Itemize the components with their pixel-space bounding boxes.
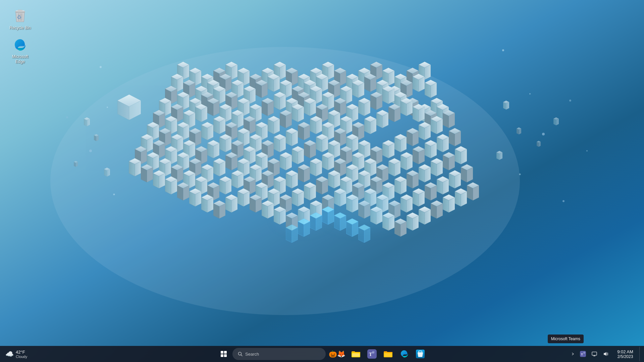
teams-icon: T T (367, 349, 377, 359)
windows-logo-icon (221, 351, 227, 357)
search-placeholder: Search (245, 352, 259, 357)
show-desktop-button[interactable] (639, 347, 641, 361)
svg-point-22 (519, 174, 521, 175)
display-settings-icon[interactable] (589, 347, 600, 361)
clock-date: 2/5/2023 (618, 354, 633, 359)
taskbar-teams[interactable]: T T (365, 347, 379, 361)
taskbar-file-manager[interactable] (381, 347, 395, 361)
svg-text:T: T (581, 353, 583, 356)
recycle-bin-icon[interactable]: ♻ Recycle Bin (7, 7, 34, 32)
taskbar-file-explorer[interactable] (348, 347, 363, 361)
system-tray: T T (569, 347, 644, 361)
desktop: Isometric cubes rendered below (0, 0, 644, 362)
volume-icon[interactable] (600, 347, 611, 361)
weather-condition: Cloudy (16, 355, 27, 359)
svg-point-18 (66, 116, 68, 118)
svg-point-23 (569, 100, 571, 102)
svg-point-27 (275, 204, 329, 231)
svg-point-24 (586, 150, 588, 152)
recycle-bin-label: Recycle Bin (9, 25, 31, 31)
desktop-wallpaper: Isometric cubes rendered below (0, 0, 644, 362)
desktop-icons-container: ♻ Recycle Bin (7, 7, 34, 66)
svg-line-36 (241, 355, 243, 356)
svg-rect-38 (352, 353, 360, 357)
clock-area[interactable]: 9:02 AM 2/5/2023 (612, 347, 639, 361)
taskbar-store[interactable] (413, 347, 428, 361)
microsoft-edge-label: Microsoft Edge (8, 54, 32, 65)
svg-text:T: T (369, 352, 372, 357)
search-icon (238, 352, 243, 356)
weather-text: 42°F Cloudy (16, 350, 27, 359)
taskbar-edge[interactable] (397, 347, 412, 361)
teams-tooltip-text: Microsoft Teams (551, 337, 580, 341)
file-explorer-icon (351, 349, 361, 359)
teams-tooltip: Microsoft Teams (548, 335, 584, 343)
svg-point-25 (562, 200, 565, 202)
svg-point-26 (322, 188, 402, 228)
svg-point-17 (113, 194, 115, 195)
svg-point-16 (89, 149, 92, 152)
svg-rect-29 (18, 10, 22, 11)
svg-text:T: T (372, 351, 374, 354)
emoji-button[interactable]: 🎃🦊 (327, 347, 347, 361)
edge-taskbar-icon (399, 349, 409, 359)
microsoft-edge-icon[interactable]: Microsoft Edge (7, 36, 34, 66)
search-bar[interactable]: Search (232, 348, 326, 360)
svg-text:T: T (584, 352, 585, 354)
emoji-icon: 🎃🦊 (329, 350, 345, 358)
weather-cloud-icon: ☁️ (5, 350, 14, 358)
svg-point-14 (100, 66, 102, 68)
file-manager-icon (383, 349, 393, 359)
clock-time: 9:02 AM (617, 349, 633, 354)
svg-marker-55 (604, 352, 606, 356)
start-button[interactable] (216, 347, 231, 361)
taskbar: ☁️ 42°F Cloudy (0, 346, 644, 362)
store-icon (416, 349, 425, 359)
svg-point-19 (502, 49, 504, 51)
teams-tray-icon[interactable]: T T (578, 347, 588, 361)
svg-rect-44 (384, 353, 392, 357)
svg-text:♻: ♻ (17, 14, 21, 20)
svg-rect-52 (592, 352, 597, 355)
svg-point-15 (107, 107, 108, 108)
weather-widget[interactable]: ☁️ 42°F Cloudy (3, 348, 30, 360)
show-hidden-icons-button[interactable] (569, 347, 577, 361)
svg-point-20 (529, 93, 531, 95)
weather-temperature: 42°F (16, 350, 27, 355)
svg-point-21 (542, 133, 545, 135)
taskbar-center: Search 🎃🦊 (216, 347, 428, 361)
